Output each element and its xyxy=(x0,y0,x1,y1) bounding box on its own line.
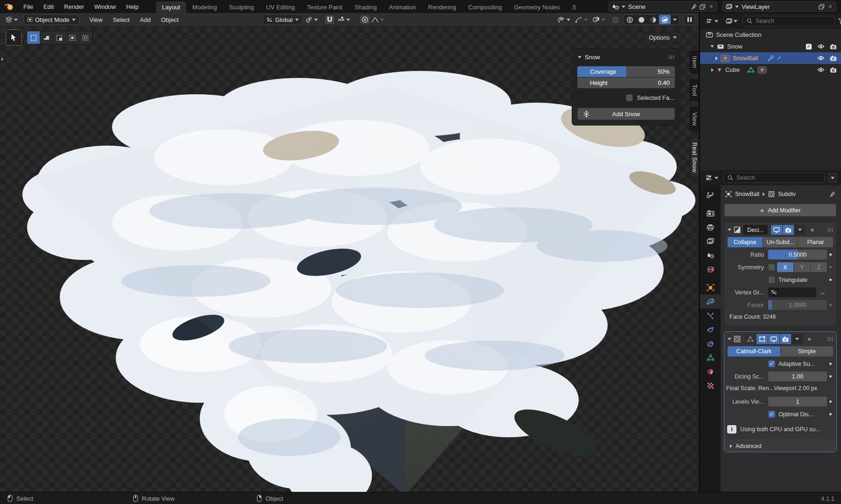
tab-tool[interactable] xyxy=(700,188,721,202)
symmetry-checkbox[interactable] xyxy=(768,264,775,271)
outliner-row-snow-collection[interactable]: Snow ✓ xyxy=(700,41,841,52)
tab-object[interactable] xyxy=(700,280,721,294)
menu-window[interactable]: Window xyxy=(89,0,121,13)
render-toggle[interactable] xyxy=(783,225,794,235)
tab-physics[interactable] xyxy=(700,322,721,336)
mode-collapse-button[interactable]: Collapse xyxy=(728,237,763,247)
tab-real-snow[interactable]: Real Snow xyxy=(690,137,699,178)
select-subtract-button[interactable] xyxy=(53,31,66,44)
properties-search-input[interactable] xyxy=(736,175,820,181)
menu-render[interactable]: Render xyxy=(59,0,89,13)
new-scene-icon[interactable] xyxy=(700,4,706,10)
axis-x-button[interactable]: X xyxy=(777,262,793,272)
overlays-dropdown[interactable] xyxy=(590,16,607,23)
transform-orientation-dropdown[interactable]: Global xyxy=(263,14,303,25)
ratio-slider[interactable]: 0.5000 xyxy=(768,250,827,259)
optimal-display-checkbox[interactable]: ✓ xyxy=(768,411,775,418)
modifier-grip-icon[interactable] xyxy=(827,337,833,341)
pin-icon[interactable] xyxy=(691,4,697,10)
outliner-search-input[interactable] xyxy=(756,18,831,24)
proportional-falloff-icon[interactable] xyxy=(371,17,379,23)
pin-icon[interactable] xyxy=(829,191,835,197)
outliner-filter-dropdown[interactable] xyxy=(723,18,739,24)
on-cage-toggle[interactable] xyxy=(745,334,756,344)
mode-dropdown[interactable]: Object Mode xyxy=(23,14,79,25)
edit-mode-toggle[interactable] xyxy=(757,334,768,344)
hide-eye-icon[interactable] xyxy=(817,44,825,49)
coverage-slider[interactable]: Coverage 50% xyxy=(577,66,675,77)
menu-view[interactable]: View xyxy=(85,16,107,23)
properties-editor-type-dropdown[interactable] xyxy=(704,175,720,181)
outliner-row-scene-collection[interactable]: Scene Collection xyxy=(700,29,841,41)
tab-scene[interactable] xyxy=(700,248,721,262)
realtime-toggle[interactable] xyxy=(771,225,782,235)
falloff-chevron-icon[interactable] xyxy=(380,19,384,21)
dicing-scale-field[interactable]: 1.00 xyxy=(768,371,827,381)
modifier-name-field[interactable]: Deci... xyxy=(743,225,768,235)
panel-grip-icon[interactable] xyxy=(668,55,674,59)
tab-layout[interactable]: Layout xyxy=(156,1,186,13)
expand-chevron-icon[interactable] xyxy=(710,45,714,48)
outliner-search[interactable] xyxy=(743,16,835,26)
outliner-row-snowball[interactable]: ▼ SnowBall xyxy=(700,52,841,64)
scene-selector[interactable]: Scene × xyxy=(609,1,717,12)
invert-vertex-group-icon[interactable]: ↔ xyxy=(818,289,827,296)
height-field[interactable]: Height 0.40 xyxy=(577,77,675,88)
menu-object[interactable]: Object xyxy=(156,16,183,23)
select-extend-button[interactable] xyxy=(40,31,53,44)
expand-chevron-icon[interactable] xyxy=(711,68,714,72)
shading-wireframe-button[interactable] xyxy=(624,15,636,24)
editor-type-button[interactable] xyxy=(3,16,20,23)
tab-texture[interactable] xyxy=(700,378,721,392)
add-snow-button[interactable]: Add Snow xyxy=(577,108,675,120)
tab-scripting-truncated[interactable]: S xyxy=(566,1,582,13)
unlink-scene-icon[interactable]: × xyxy=(708,3,714,10)
modifier-extras-dropdown[interactable] xyxy=(794,225,806,235)
animate-dot[interactable] xyxy=(827,363,834,365)
axis-y-button[interactable]: Y xyxy=(794,262,810,272)
shading-dropdown[interactable] xyxy=(671,15,679,24)
tab-view[interactable]: View xyxy=(690,107,699,131)
tab-texture-paint[interactable]: Texture Paint xyxy=(301,1,349,13)
animate-dot[interactable] xyxy=(827,375,834,378)
animate-dot[interactable] xyxy=(827,304,834,306)
panel-collapse-icon[interactable] xyxy=(578,56,582,58)
mode-unsubdivide-button[interactable]: Un-Subd... xyxy=(763,237,798,247)
hide-eye-icon[interactable] xyxy=(817,67,825,72)
tab-modeling[interactable]: Modeling xyxy=(186,1,223,13)
tab-particles[interactable] xyxy=(700,308,721,322)
advanced-subpanel-header[interactable]: Advanced xyxy=(724,440,836,452)
toolbar-expand-icon[interactable] xyxy=(1,57,4,61)
menu-select[interactable]: Select xyxy=(108,16,134,23)
gizmos-dropdown[interactable] xyxy=(573,16,589,23)
shading-rendered-button[interactable] xyxy=(659,15,671,24)
axis-z-button[interactable]: Z xyxy=(811,262,827,272)
collection-checkbox[interactable]: ✓ xyxy=(806,43,812,50)
menu-help[interactable]: Help xyxy=(121,0,144,13)
tab-material[interactable] xyxy=(700,364,721,378)
new-viewlayer-icon[interactable] xyxy=(819,4,825,10)
viewlayer-selector[interactable]: ViewLayer × xyxy=(722,1,836,12)
proportional-editing-toggle[interactable] xyxy=(360,15,370,24)
show-object-types-dropdown[interactable] xyxy=(555,16,572,23)
expand-chevron-icon[interactable] xyxy=(715,56,718,60)
adaptive-subdivision-checkbox[interactable]: ✓ xyxy=(768,360,775,367)
tab-tool[interactable]: Tool xyxy=(690,79,699,101)
tab-geometry-nodes[interactable]: Geometry Nodes xyxy=(508,1,566,13)
tab-render[interactable] xyxy=(700,206,721,220)
blender-logo-icon[interactable] xyxy=(5,3,14,11)
tab-compositing[interactable]: Compositing xyxy=(462,1,508,13)
hide-eye-icon[interactable] xyxy=(817,56,825,61)
animate-dot[interactable] xyxy=(827,279,834,281)
animate-dot[interactable] xyxy=(827,413,834,415)
options-dropdown[interactable]: Options xyxy=(644,32,682,43)
animate-dot[interactable] xyxy=(827,266,834,268)
select-set-button[interactable] xyxy=(27,31,40,44)
factor-slider[interactable]: 1.0000 xyxy=(768,300,827,310)
animate-dot[interactable] xyxy=(827,400,834,403)
breadcrumb-modifier[interactable]: Subdiv xyxy=(778,191,796,197)
tab-sculpting[interactable]: Sculpting xyxy=(223,1,260,13)
modifier-extras-dropdown[interactable] xyxy=(792,334,803,344)
delete-modifier-icon[interactable]: × xyxy=(809,226,815,234)
vertex-group-field[interactable] xyxy=(768,287,816,297)
